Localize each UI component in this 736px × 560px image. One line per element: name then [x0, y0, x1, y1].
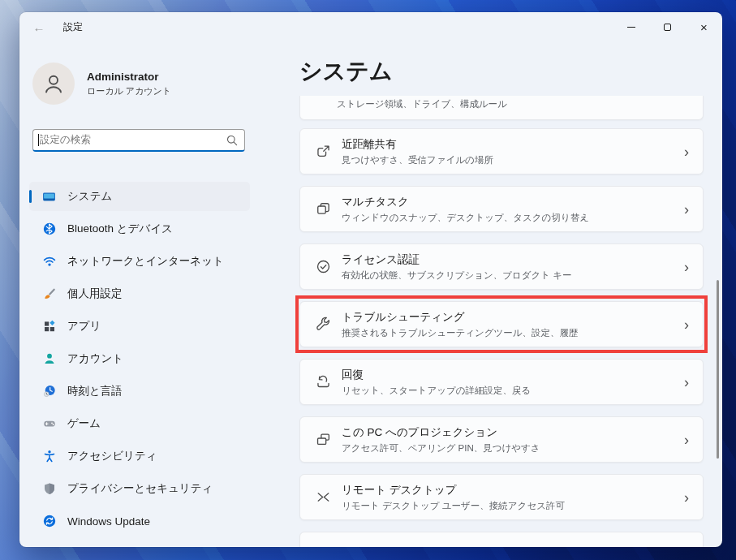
system-icon	[42, 190, 56, 204]
back-button[interactable]: ←	[26, 15, 52, 38]
card-title: トラブルシューティング	[342, 310, 684, 325]
page-title: システム	[299, 59, 722, 84]
card-title: 近距離共有	[342, 137, 684, 152]
back-arrow-icon: ←	[33, 20, 45, 34]
nearby-share-icon	[316, 144, 331, 159]
projection-icon	[316, 432, 331, 447]
close-button[interactable]: ×	[686, 12, 722, 41]
settings-card-bottom-partial[interactable]	[299, 532, 704, 547]
search-placeholder: 設定の検索	[40, 133, 226, 147]
remote-desktop-icon	[316, 489, 331, 505]
card-subtitle: 有効化の状態、サブスクリプション、プロダクト キー	[342, 269, 684, 282]
settings-window: ← 設定 × Administrator ローカル アカウント	[19, 12, 722, 547]
sidebar-item-bluetooth-devices[interactable]: Bluetooth とデバイス	[29, 214, 250, 243]
card-subtitle: リモート デスクトップ ユーザー、接続アクセス許可	[342, 500, 684, 512]
recovery-icon	[316, 374, 331, 390]
chevron-right-icon: ›	[684, 490, 689, 505]
sidebar-item-privacy-security[interactable]: プライバシーとセキュリティ	[29, 474, 250, 503]
sidebar-item-accounts[interactable]: アカウント	[29, 344, 250, 373]
card-title: 回復	[342, 368, 684, 382]
multitask-icon	[316, 201, 331, 217]
chevron-right-icon: ›	[684, 317, 689, 332]
card-title: マルチタスク	[342, 195, 684, 209]
user-name: Administrator	[87, 71, 171, 83]
troubleshoot-icon	[316, 317, 331, 332]
accounts-icon	[42, 352, 56, 366]
card-title: ライセンス認証	[342, 252, 684, 267]
network-icon	[42, 255, 56, 269]
card-title: リモート デスクトップ	[342, 483, 684, 498]
sidebar-item-accessibility[interactable]: アクセシビリティ	[29, 442, 250, 471]
settings-list: ストレージ領域、ドライブ、構成ルール 近距離共有 見つけやすさ、受信ファイルの場…	[280, 96, 722, 547]
content-pane: システム ストレージ領域、ドライブ、構成ルール 近距離共有 見つけやすさ、受信フ…	[280, 41, 722, 547]
search-icon	[226, 135, 238, 146]
personalization-icon	[42, 287, 56, 301]
windows-update-icon	[42, 515, 56, 528]
scrollbar-thumb[interactable]	[717, 280, 719, 459]
window-title: 設定	[63, 20, 83, 34]
maximize-icon	[664, 24, 671, 31]
person-icon	[41, 71, 66, 96]
window-controls: ×	[613, 12, 722, 41]
privacy-icon	[42, 482, 56, 496]
card-title: この PC へのプロジェクション	[342, 425, 684, 440]
chevron-right-icon: ›	[684, 144, 689, 159]
gaming-icon	[42, 417, 56, 431]
card-subtitle: アクセス許可、ペアリング PIN、見つけやすさ	[342, 442, 684, 454]
minimize-button[interactable]	[613, 12, 649, 41]
sidebar: Administrator ローカル アカウント 設定の検索 システム	[19, 41, 280, 547]
settings-card-recovery[interactable]: 回復 リセット、スタートアップの詳細設定、戻る ›	[299, 359, 704, 405]
sidebar-item-windows-update[interactable]: Windows Update	[29, 506, 250, 536]
time-language-icon	[42, 385, 56, 398]
user-profile[interactable]: Administrator ローカル アカウント	[32, 62, 267, 105]
settings-card-troubleshoot[interactable]: トラブルシューティング 推奨されるトラブルシューティングツール、設定、履歴 ›	[299, 301, 704, 347]
sidebar-item-apps[interactable]: アプリ	[29, 312, 250, 341]
activation-icon	[316, 259, 331, 274]
settings-card-projection[interactable]: この PC へのプロジェクション アクセス許可、ペアリング PIN、見つけやすさ…	[299, 416, 704, 463]
chevron-right-icon: ›	[684, 202, 689, 217]
chevron-right-icon: ›	[684, 433, 689, 447]
bluetooth-icon	[42, 222, 56, 236]
card-subtitle: リセット、スタートアップの詳細設定、戻る	[342, 385, 684, 397]
chevron-right-icon: ›	[684, 375, 689, 390]
settings-card-activation[interactable]: ライセンス認証 有効化の状態、サブスクリプション、プロダクト キー ›	[299, 243, 704, 290]
titlebar: ← 設定 ×	[19, 12, 722, 41]
search-input[interactable]: 設定の検索	[32, 129, 245, 152]
user-account-type: ローカル アカウント	[87, 85, 171, 97]
sidebar-item-gaming[interactable]: ゲーム	[29, 409, 250, 438]
sidebar-nav: システム Bluetooth とデバイス ネットワークとインターネット 個人用設…	[32, 182, 267, 536]
card-subtitle: ウィンドウのスナップ、デスクトップ、タスクの切り替え	[342, 212, 684, 224]
sidebar-item-personalization[interactable]: 個人用設定	[29, 279, 250, 308]
settings-card-remote-desktop[interactable]: リモート デスクトップ リモート デスクトップ ユーザー、接続アクセス許可 ›	[299, 474, 704, 520]
text-caret	[38, 134, 39, 146]
settings-card-storage-partial[interactable]: ストレージ領域、ドライブ、構成ルール	[299, 96, 704, 120]
close-icon: ×	[700, 21, 708, 33]
sidebar-item-system[interactable]: システム	[29, 182, 250, 211]
apps-icon	[42, 320, 56, 334]
accessibility-icon	[42, 450, 56, 463]
settings-card-multitasking[interactable]: マルチタスク ウィンドウのスナップ、デスクトップ、タスクの切り替え ›	[299, 186, 704, 232]
sidebar-item-network-internet[interactable]: ネットワークとインターネット	[29, 247, 250, 276]
settings-card-nearby-share[interactable]: 近距離共有 見つけやすさ、受信ファイルの場所 ›	[299, 128, 704, 174]
avatar	[32, 62, 75, 105]
sidebar-item-time-language[interactable]: 時刻と言語	[29, 377, 250, 406]
card-subtitle: 見つけやすさ、受信ファイルの場所	[342, 154, 684, 166]
chevron-right-icon: ›	[684, 260, 689, 274]
minimize-icon	[627, 27, 635, 28]
maximize-button[interactable]	[649, 12, 686, 41]
card-subtitle: 推奨されるトラブルシューティングツール、設定、履歴	[342, 327, 684, 339]
selected-indicator	[29, 190, 32, 203]
card-subtitle: ストレージ領域、ドライブ、構成ルール	[300, 96, 507, 110]
